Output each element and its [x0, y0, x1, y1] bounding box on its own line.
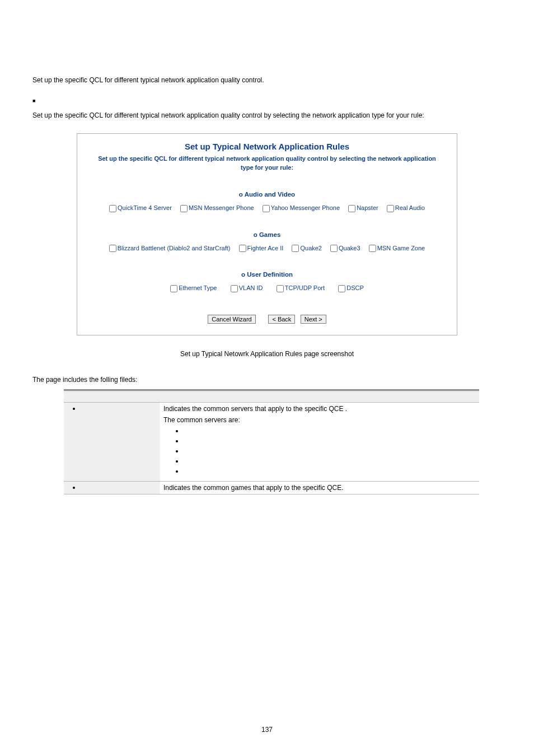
bullet-icon	[176, 460, 178, 463]
bullet-icon	[176, 470, 178, 473]
square-bullet-icon: ■	[32, 99, 502, 104]
user-checkbox-row: Ethernet Type VLAN ID TCP/UDP Port DSCP	[77, 284, 457, 302]
wizard-button-row: Cancel Wizard < Back Next >	[77, 302, 457, 327]
back-button[interactable]: < Back	[268, 315, 295, 324]
checkbox-blizzard[interactable]: Blizzard Battlenet (Diablo2 and StarCraf…	[109, 245, 231, 251]
table-row: Indicates the common servers that apply …	[64, 402, 479, 481]
wizard-title: Set up Typical Network Application Rules	[77, 134, 457, 152]
bullet-icon	[176, 440, 178, 442]
checkbox-msn-game-zone[interactable]: MSN Game Zone	[369, 245, 425, 251]
bullet-icon	[176, 450, 178, 452]
wizard-subtitle: Set up the specific QCL for different ty…	[77, 152, 457, 182]
table-header-row	[64, 390, 479, 402]
checkbox-vlan-id[interactable]: VLAN ID	[231, 284, 263, 291]
checkbox-dscp[interactable]: DSCP	[338, 284, 364, 291]
fields-intro: The page includes the folling fileds:	[32, 376, 502, 384]
screenshot-caption: Set up Typical Netowrk Application Rules…	[32, 350, 502, 358]
second-paragraph: Set up the specific QCL for different ty…	[32, 108, 502, 124]
checkbox-msn-messenger[interactable]: MSN Messenger Phone	[180, 204, 254, 211]
section-user-definition: o User Definition	[77, 262, 457, 284]
checkbox-quake2[interactable]: Quake2	[292, 245, 322, 251]
cancel-wizard-button[interactable]: Cancel Wizard	[208, 315, 256, 324]
checkbox-real-audio[interactable]: Real Audio	[387, 204, 425, 211]
section-games: o Games	[77, 222, 457, 245]
checkbox-fighter-ace[interactable]: Fighter Ace II	[239, 245, 284, 251]
wizard-screenshot: Set up Typical Network Application Rules…	[77, 133, 457, 335]
table-row: Indicates the common games that apply to…	[64, 481, 479, 494]
next-button[interactable]: Next >	[301, 315, 326, 324]
checkbox-quicktime[interactable]: QuickTime 4 Server	[109, 204, 172, 211]
checkbox-tcp-udp-port[interactable]: TCP/UDP Port	[277, 284, 325, 291]
page-number: 137	[0, 726, 534, 734]
checkbox-quake3[interactable]: Quake3	[330, 245, 360, 251]
intro-paragraph: Set up the specific QCL for different ty…	[32, 73, 502, 88]
checkbox-yahoo-messenger[interactable]: Yahoo Messenger Phone	[263, 204, 340, 211]
checkbox-ethernet-type[interactable]: Ethernet Type	[170, 284, 217, 291]
audio-video-desc1: Indicates the common servers that apply …	[163, 405, 476, 413]
bullet-icon	[73, 487, 75, 489]
audio-checkbox-row: QuickTime 4 Server MSN Messenger Phone Y…	[77, 204, 457, 222]
games-desc: Indicates the common games that apply to…	[163, 484, 476, 492]
audio-video-desc2: The common servers are:	[163, 416, 476, 424]
bullet-icon	[176, 430, 178, 432]
section-audio-video: o Audio and Video	[77, 182, 457, 204]
fields-table: Indicates the common servers that apply …	[64, 389, 479, 494]
games-checkbox-row: Blizzard Battlenet (Diablo2 and StarCraf…	[77, 245, 457, 263]
checkbox-napster[interactable]: Napster	[348, 204, 378, 211]
bullet-icon	[73, 408, 75, 410]
